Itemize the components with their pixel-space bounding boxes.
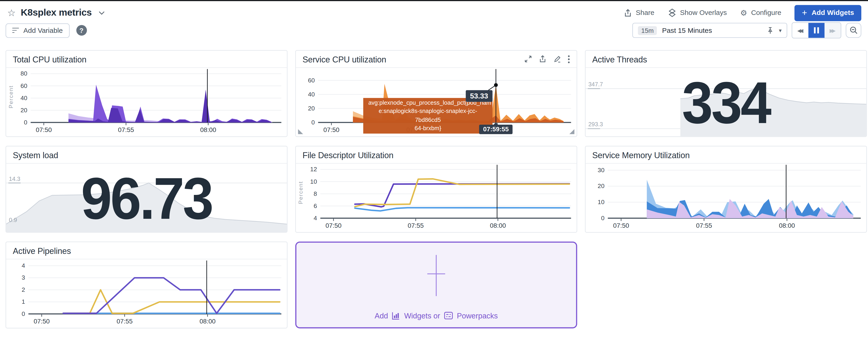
plus-icon: + bbox=[802, 8, 807, 17]
forward-button[interactable]: ▶▶ bbox=[825, 23, 841, 38]
svg-text:20: 20 bbox=[597, 183, 604, 189]
svg-text:08:00: 08:00 bbox=[199, 318, 216, 325]
svg-text:07:55: 07:55 bbox=[696, 222, 712, 229]
svg-text:07:50: 07:50 bbox=[323, 126, 339, 133]
tooltip-value: 53.33 bbox=[465, 90, 493, 102]
svg-text:0: 0 bbox=[24, 119, 27, 126]
dashboard-toolbar: Add Variable ? 15m Past 15 Minutes ▾ ◀◀ … bbox=[0, 23, 868, 38]
help-button[interactable]: ? bbox=[76, 25, 87, 36]
tooltip-query: avg:plexnode_cpu_process_load_pct{pod_na… bbox=[363, 98, 493, 133]
panel-title-row: File Descriptor Utilization bbox=[296, 147, 577, 164]
resize-handle-bottom-right[interactable] bbox=[569, 129, 575, 134]
panel-title: Service CPU utilization bbox=[303, 54, 386, 64]
panel-title-row: Service Memory Utilization bbox=[586, 147, 866, 164]
time-range-picker[interactable]: 15m Past 15 Minutes ▾ bbox=[632, 23, 787, 38]
add-variable-button[interactable]: Add Variable bbox=[5, 23, 69, 38]
add-widgets-placeholder[interactable]: Add Widgets or Powerpacks bbox=[295, 242, 577, 328]
rewind-button[interactable]: ◀◀ bbox=[792, 23, 808, 38]
panel-header-icons bbox=[524, 55, 570, 63]
panel-title-row: System load bbox=[6, 147, 287, 164]
svg-text:2: 2 bbox=[22, 286, 25, 293]
resize-handle-bottom-left[interactable] bbox=[298, 129, 303, 134]
playback-controls: ◀◀ ▶▶ bbox=[792, 22, 841, 38]
edit-icon[interactable] bbox=[553, 55, 561, 63]
panel-body: 0123407:5007:5508:00 bbox=[6, 259, 287, 328]
svg-text:60: 60 bbox=[308, 77, 315, 84]
svg-text:4: 4 bbox=[22, 262, 25, 269]
svg-text:0: 0 bbox=[311, 119, 315, 126]
export-icon[interactable] bbox=[539, 55, 547, 63]
panel-title: Total CPU utilization bbox=[13, 54, 86, 64]
svg-text:3: 3 bbox=[22, 274, 25, 281]
pause-button[interactable] bbox=[808, 23, 825, 38]
widget-panel[interactable]: System load14.30.996.73 bbox=[5, 146, 287, 232]
zoom-out-icon bbox=[849, 26, 858, 34]
widget-panel[interactable]: File Descriptor Utilization468101207:500… bbox=[295, 146, 577, 232]
panel-title-row: Service CPU utilization bbox=[296, 51, 577, 68]
time-range-chip: 15m bbox=[638, 26, 657, 35]
panel-title-row: Active Pipelines bbox=[6, 242, 287, 259]
widget-panel[interactable]: Total CPU utilization02040608007:5007:55… bbox=[5, 50, 287, 137]
svg-text:30: 30 bbox=[597, 167, 604, 173]
gear-icon: ⚙ bbox=[740, 9, 747, 17]
svg-text:07:50: 07:50 bbox=[613, 222, 629, 229]
svg-text:Percent: Percent bbox=[8, 86, 14, 108]
dashboard-title: K8splex metrics bbox=[21, 7, 92, 19]
zoom-out-button[interactable] bbox=[846, 23, 861, 38]
svg-text:20: 20 bbox=[21, 107, 27, 114]
panel-title: System load bbox=[13, 150, 58, 159]
rewind-icon: ◀◀ bbox=[797, 28, 803, 33]
tooltip-timestamp: 07:59:55 bbox=[479, 125, 513, 134]
svg-text:4: 4 bbox=[314, 215, 317, 222]
panel-title: Service Memory Utilization bbox=[592, 150, 690, 159]
query-value: 334 bbox=[586, 66, 866, 139]
pause-icon bbox=[814, 27, 819, 34]
dashboard-header: ☆ K8splex metrics Share Show Overlays ⚙ … bbox=[0, 1, 868, 20]
overlays-icon bbox=[668, 8, 676, 17]
svg-text:07:50: 07:50 bbox=[36, 126, 52, 133]
widget-grid: Total CPU utilization02040608007:5007:55… bbox=[0, 50, 868, 328]
kebab-icon[interactable] bbox=[568, 55, 570, 63]
svg-text:Percent: Percent bbox=[298, 181, 304, 204]
pin-icon[interactable] bbox=[767, 26, 774, 34]
panel-body: 347.7293.3334 bbox=[586, 68, 866, 137]
svg-text:40: 40 bbox=[21, 95, 27, 101]
show-overlays-button[interactable]: Show Overlays bbox=[668, 8, 727, 17]
share-button[interactable]: Share bbox=[624, 9, 654, 17]
panel-body: 468101207:5007:5508:00Percent bbox=[296, 164, 577, 233]
svg-text:08:00: 08:00 bbox=[200, 126, 216, 133]
panel-title-row: Total CPU utilization bbox=[6, 51, 287, 68]
panel-title-row: Active Threads bbox=[586, 51, 866, 68]
svg-text:07:55: 07:55 bbox=[118, 126, 134, 133]
add-widgets-button[interactable]: + Add Widgets bbox=[795, 5, 861, 21]
svg-text:80: 80 bbox=[21, 70, 27, 77]
widget-panel[interactable]: Service CPU utilization020406007:5007:55… bbox=[295, 50, 577, 137]
time-dropdown-caret[interactable]: ▾ bbox=[779, 27, 782, 34]
svg-text:12: 12 bbox=[310, 166, 317, 173]
time-controls: 15m Past 15 Minutes ▾ ◀◀ ▶▶ bbox=[632, 22, 861, 38]
favorite-star-icon[interactable]: ☆ bbox=[7, 8, 16, 18]
svg-text:8: 8 bbox=[314, 190, 317, 197]
widget-panel[interactable]: Active Threads347.7293.3334 bbox=[585, 50, 867, 137]
svg-text:07:50: 07:50 bbox=[34, 318, 50, 325]
bar-chart-icon bbox=[392, 312, 400, 320]
svg-text:07:55: 07:55 bbox=[117, 318, 132, 325]
dashboard-app: ☆ K8splex metrics Share Show Overlays ⚙ … bbox=[0, 0, 868, 354]
svg-text:08:00: 08:00 bbox=[779, 222, 795, 229]
svg-text:20: 20 bbox=[308, 105, 315, 112]
panel-body: 020406007:5007:5508:0053.33avg:plexnode_… bbox=[296, 68, 577, 137]
query-value: 96.73 bbox=[6, 162, 287, 235]
svg-text:08:00: 08:00 bbox=[490, 222, 506, 229]
configure-button[interactable]: ⚙ Configure bbox=[740, 9, 781, 17]
svg-text:6: 6 bbox=[314, 202, 317, 210]
time-range-label: Past 15 Minutes bbox=[662, 26, 712, 34]
expand-icon[interactable] bbox=[524, 55, 532, 63]
forward-icon: ▶▶ bbox=[830, 28, 836, 33]
svg-text:0: 0 bbox=[601, 215, 604, 222]
chevron-down-icon[interactable] bbox=[98, 11, 104, 15]
dashboard-title-group: ☆ K8splex metrics bbox=[7, 7, 105, 19]
widget-panel[interactable]: Service Memory Utilization010203007:5007… bbox=[585, 146, 867, 232]
widget-panel[interactable]: Active Pipelines0123407:5007:5508:00 bbox=[5, 242, 287, 328]
panel-title: Active Threads bbox=[592, 54, 647, 64]
plus-icon bbox=[423, 253, 450, 299]
